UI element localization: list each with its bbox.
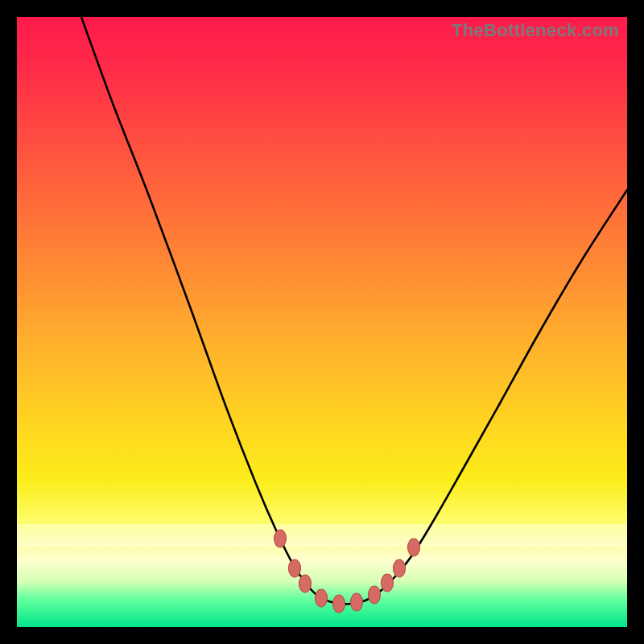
curve-marker — [369, 586, 381, 604]
bottleneck-curve — [81, 17, 627, 604]
curve-marker — [351, 593, 363, 611]
chart-frame: TheBottleneck.com — [0, 0, 644, 644]
curve-marker — [394, 559, 406, 577]
curve-marker — [408, 539, 420, 556]
curve-marker — [299, 575, 312, 592]
curve-marker — [333, 595, 345, 613]
chart-plot-area: TheBottleneck.com — [17, 17, 627, 627]
curve-marker — [289, 559, 301, 577]
curve-marker — [382, 574, 394, 592]
curve-markers — [275, 530, 420, 613]
curve-marker — [316, 589, 328, 607]
watermark-text: TheBottleneck.com — [452, 20, 619, 41]
curve-marker — [275, 530, 287, 547]
chart-svg — [17, 17, 627, 627]
